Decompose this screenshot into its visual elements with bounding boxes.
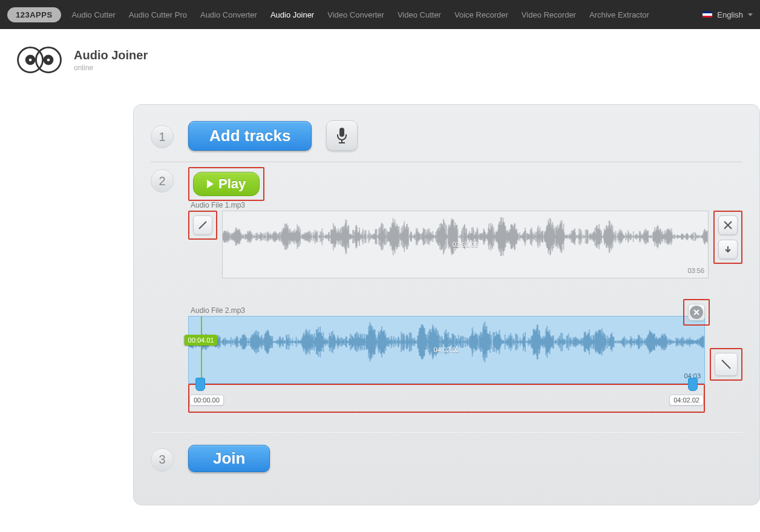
trim-start-handle[interactable] (195, 378, 205, 391)
track-1-duration-center: 03:55.08 (453, 241, 479, 248)
trim-start-label: 00:00.00 (189, 395, 224, 406)
trim-end-label: 04:02.02 (669, 395, 704, 406)
microphone-icon (336, 127, 348, 144)
remove-track-button[interactable] (688, 304, 705, 321)
app-header: Audio Joiner online (0, 29, 760, 81)
nav-item-video-recorder[interactable]: Video Recorder (522, 10, 576, 19)
highlight-fade-in (188, 211, 217, 240)
svg-point-2 (29, 59, 32, 62)
nav-item-audio-converter[interactable]: Audio Converter (200, 10, 257, 19)
highlight-remove (683, 299, 710, 326)
record-mic-button[interactable] (326, 120, 358, 151)
playhead-line[interactable] (201, 317, 202, 383)
flag-icon (703, 11, 712, 18)
language-selector[interactable]: English (703, 10, 753, 19)
join-button[interactable]: Join (188, 445, 270, 472)
step-number-2: 2 (151, 169, 174, 192)
svg-rect-6 (339, 128, 344, 137)
fade-out-icon (720, 358, 732, 370)
main-nav: Audio CutterAudio Cutter ProAudio Conver… (72, 10, 703, 19)
language-label: English (717, 10, 743, 19)
step-1: 1 Add tracks (151, 116, 742, 162)
nav-item-audio-cutter-pro[interactable]: Audio Cutter Pro (129, 10, 187, 19)
fade-out-button[interactable] (715, 353, 738, 376)
track-1: Audio File 1.mp3 03:55.08 03:56 (188, 201, 742, 278)
nav-item-video-converter[interactable]: Video Converter (327, 10, 384, 19)
highlight-fade-out (710, 348, 742, 381)
step-number-3: 3 (151, 448, 174, 471)
close-icon (693, 309, 700, 316)
arrow-down-icon (724, 245, 732, 254)
play-label: Play (218, 176, 246, 192)
move-down-button[interactable] (718, 240, 738, 259)
page-title: Audio Joiner (74, 48, 148, 62)
track-2: Audio File 2.mp3 00:04.01 (188, 306, 742, 413)
track-1-filename: Audio File 1.mp3 (191, 201, 742, 209)
nav-item-audio-cutter[interactable]: Audio Cutter (72, 10, 116, 19)
main-panel: 1 Add tracks 2 Play Audio File 1.mp3 (133, 104, 760, 505)
trim-slider[interactable]: 00:00.00 04:02.02 (192, 386, 701, 409)
page-subtitle: online (74, 64, 148, 72)
nav-item-video-cutter[interactable]: Video Cutter (398, 10, 441, 19)
add-tracks-button[interactable]: Add tracks (188, 121, 312, 151)
svg-line-9 (199, 222, 206, 229)
fade-in-icon (198, 220, 208, 230)
track-2-duration-center: 04:02.02 (434, 346, 460, 353)
track-1-waveform[interactable]: 03:55.08 03:56 (222, 211, 709, 278)
brand-logo[interactable]: 123APPS (7, 7, 61, 22)
fade-in-button[interactable] (193, 215, 212, 235)
highlight-track1-side (713, 211, 742, 264)
step-3: 3 Join (151, 432, 742, 487)
track-2-waveform[interactable]: 00:04.01 04:02.02 04:03 (188, 316, 705, 384)
highlight-play: Play (188, 167, 264, 201)
highlight-slider: 00:00.00 04:02.02 (188, 384, 705, 413)
play-icon (207, 180, 214, 188)
play-button[interactable]: Play (193, 172, 260, 196)
track-2-filename: Audio File 2.mp3 (191, 306, 742, 315)
app-logo-icon (15, 45, 65, 75)
crossfade-icon (723, 220, 733, 230)
nav-item-audio-joiner[interactable]: Audio Joiner (270, 10, 314, 19)
close-icon-bg (690, 306, 703, 319)
chevron-down-icon (748, 13, 753, 16)
top-navbar: 123APPS Audio CutterAudio Cutter ProAudi… (0, 0, 760, 29)
step-2: 2 Play Audio File 1.mp3 (151, 162, 742, 432)
nav-item-voice-recorder[interactable]: Voice Recorder (454, 10, 508, 19)
playhead-time: 00:04.01 (185, 335, 218, 346)
step-number-1: 1 (151, 125, 174, 148)
nav-item-archive-extractor[interactable]: Archive Extractor (589, 10, 649, 19)
crossfade-button[interactable] (718, 215, 738, 235)
svg-line-10 (722, 360, 730, 369)
trim-end-handle[interactable] (688, 378, 698, 391)
svg-point-5 (47, 59, 50, 62)
track-1-total: 03:56 (687, 267, 704, 274)
